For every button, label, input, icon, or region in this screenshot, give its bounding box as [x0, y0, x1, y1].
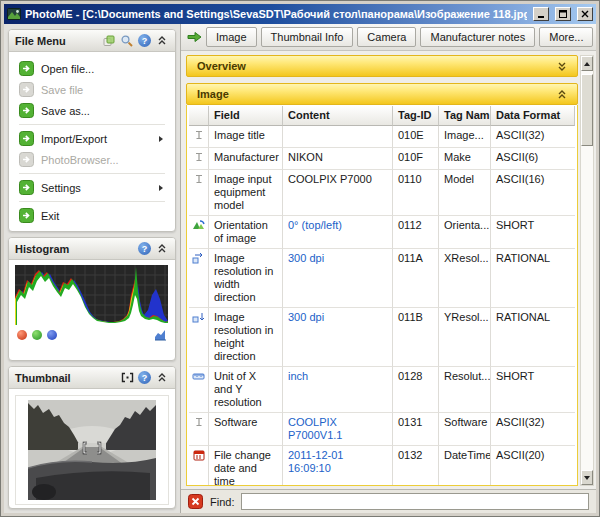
arrow-icon [19, 103, 34, 118]
header-cell-field[interactable]: Field [209, 106, 283, 126]
close-button[interactable] [577, 7, 593, 21]
tag-id-cell: 010F [393, 148, 439, 170]
field-cell: Image input equipment model [209, 170, 283, 216]
tab-camera[interactable]: Camera [357, 27, 416, 47]
thumbnail-panel: Thumbnail ? [8, 366, 176, 509]
field-cell: Image resolution in height direction [209, 308, 283, 367]
field-cell: Image resolution in width direction [209, 249, 283, 308]
histogram-panel: Histogram ? [8, 237, 176, 361]
menu-item-open-file[interactable]: Open file... [13, 58, 171, 79]
blue-channel-dot[interactable] [47, 330, 57, 340]
tab-more[interactable]: More... [539, 27, 593, 47]
header-cell-tag-id[interactable]: Tag-ID [393, 106, 439, 126]
menu-item-label: Exit [41, 210, 165, 222]
thumbnail-header: Thumbnail ? [9, 367, 175, 389]
thumbnail-frame [15, 395, 169, 505]
help-icon[interactable]: ? [138, 371, 151, 384]
table-rows: Image title010EImage...ASCII(32)Manufact… [189, 126, 575, 486]
green-channel-dot[interactable] [32, 330, 42, 340]
field-cell: Orientation of image [209, 216, 283, 249]
content-cell[interactable]: COOLPIX P7000V1.1 [283, 413, 393, 446]
tag-id-cell: 010E [393, 126, 439, 148]
content-cell [283, 126, 393, 148]
arrow-icon [19, 152, 34, 167]
data-format-cell: ASCII(32) [491, 413, 575, 446]
thumbnail-photo[interactable] [28, 400, 156, 500]
y-resolution-icon [189, 308, 209, 367]
histogram-body [9, 260, 175, 345]
tag-name-cell: Make [439, 148, 491, 170]
text-field-icon [189, 170, 209, 216]
menu-item-save-as[interactable]: Save as... [13, 100, 171, 121]
chart-mode-icon[interactable] [154, 329, 167, 341]
submenu-arrow-icon [159, 136, 163, 142]
collapse-icon[interactable] [155, 371, 169, 385]
help-icon[interactable]: ? [138, 34, 151, 47]
overview-section-bar[interactable]: Overview [186, 55, 578, 77]
tag-name-cell: XResol... [439, 249, 491, 308]
header-cell-tag-nam[interactable]: Tag Nam [439, 106, 491, 126]
data-format-cell: RATIONAL [491, 308, 575, 367]
menu-item-label: PhotoBrowser... [41, 154, 165, 166]
scroll-up-button[interactable] [581, 56, 593, 71]
menu-item-label: Save file [41, 84, 165, 96]
text-field-icon [189, 126, 209, 148]
histogram-chart [15, 265, 168, 325]
header-cell-icon [189, 106, 209, 126]
tag-id-cell: 0128 [393, 367, 439, 413]
search-icon[interactable] [120, 34, 134, 48]
tag-name-cell: Orienta... [439, 216, 491, 249]
go-arrow-icon[interactable] [187, 30, 202, 44]
data-format-cell: ASCII(20) [491, 446, 575, 486]
orientation-icon [189, 216, 209, 249]
tab-strip: ImageThumbnail InfoCameraManufacturer no… [206, 27, 593, 47]
menu-item-exit[interactable]: Exit [13, 205, 171, 226]
tab-image[interactable]: Image [206, 27, 257, 47]
menu-item-settings[interactable]: Settings [13, 177, 171, 198]
file-menu-title: File Menu [15, 35, 98, 47]
scroll-down-button[interactable] [581, 470, 593, 485]
menu-item-import-export[interactable]: Import/Export [13, 128, 171, 149]
red-channel-dot[interactable] [17, 330, 27, 340]
title-bar: PhotoME - [C:\Documents and Settings\Sev… [4, 4, 596, 24]
field-cell: Image title [209, 126, 283, 148]
collapse-icon[interactable] [155, 34, 169, 48]
help-icon[interactable]: ? [138, 242, 151, 255]
focus-brackets-icon[interactable] [120, 371, 134, 385]
text-field-icon [189, 148, 209, 170]
minimize-button[interactable] [533, 7, 549, 21]
header-cell-data-format[interactable]: Data Format [491, 106, 575, 126]
tab-manufacturer-notes[interactable]: Manufacturer notes [420, 27, 535, 47]
copy-icon[interactable] [102, 34, 116, 48]
data-format-cell: ASCII(16) [491, 170, 575, 216]
maximize-button[interactable] [555, 7, 571, 21]
app-icon [7, 7, 21, 21]
content-cell[interactable]: inch [283, 367, 393, 413]
tab-thumbnail-info[interactable]: Thumbnail Info [261, 27, 354, 47]
overview-title: Overview [197, 60, 557, 72]
collapse-icon[interactable] [557, 89, 567, 100]
data-format-cell: RATIONAL [491, 249, 575, 308]
content-cell[interactable]: 300 dpi [283, 249, 393, 308]
collapse-icon[interactable] [155, 242, 169, 256]
content-cell[interactable]: 2011-12-01 16:09:10 [283, 446, 393, 486]
tag-id-cell: 0132 [393, 446, 439, 486]
close-find-icon[interactable] [188, 494, 203, 509]
data-format-cell: SHORT [491, 367, 575, 413]
thumbnail-body [9, 389, 175, 509]
table-row: Image title010EImage...ASCII(32) [189, 126, 575, 148]
app-body: File Menu ? Open file...Save fileSave as… [4, 24, 596, 513]
tag-id-cell: 011A [393, 249, 439, 308]
image-section-bar[interactable]: Image [186, 83, 578, 105]
content-cell[interactable]: 300 dpi [283, 308, 393, 367]
arrow-icon [19, 131, 34, 146]
tag-id-cell: 011B [393, 308, 439, 367]
vertical-scrollbar[interactable] [580, 55, 594, 486]
scrollbar-thumb[interactable] [581, 74, 593, 146]
find-input[interactable] [241, 493, 589, 510]
content-cell[interactable]: 0° (top/left) [283, 216, 393, 249]
content-cell: NIKON [283, 148, 393, 170]
image-title: Image [197, 88, 557, 100]
expand-icon[interactable] [557, 61, 567, 72]
header-cell-content[interactable]: Content [283, 106, 393, 126]
